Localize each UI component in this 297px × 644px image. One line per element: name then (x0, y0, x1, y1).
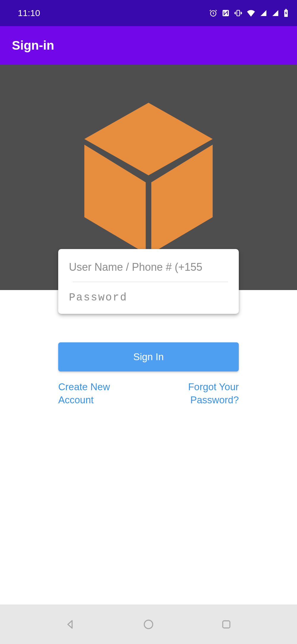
nav-home-button[interactable] (141, 617, 156, 632)
svg-point-8 (144, 620, 153, 629)
app-bar: Sign-in (0, 26, 297, 65)
content-area: Sign In Create New Account Forgot Your P… (0, 290, 297, 406)
status-time: 11:10 (18, 8, 40, 18)
username-input[interactable] (69, 261, 228, 273)
signin-button[interactable]: Sign In (58, 342, 239, 371)
status-bar: 11:10 (0, 0, 297, 26)
field-divider (73, 282, 228, 282)
status-icons (209, 9, 289, 17)
cube-icon (79, 97, 218, 258)
svg-rect-2 (237, 10, 239, 16)
auth-links: Create New Account Forgot Your Password? (58, 380, 239, 406)
wifi-icon (247, 10, 255, 17)
forgot-password-link[interactable]: Forgot Your Password? (152, 380, 239, 406)
svg-rect-4 (285, 9, 287, 10)
alarm-icon (209, 9, 217, 17)
signal-icon (260, 10, 267, 17)
page-title: Sign-in (12, 38, 54, 53)
login-card (58, 249, 239, 314)
nav-back-button[interactable] (64, 617, 78, 632)
password-input[interactable] (69, 292, 228, 304)
system-nav-bar (0, 604, 297, 644)
nfc-icon (222, 9, 230, 17)
nav-recent-button[interactable] (219, 617, 233, 632)
signal-icon-2 (271, 10, 279, 17)
create-account-link[interactable]: Create New Account (58, 380, 145, 406)
svg-rect-9 (223, 621, 230, 628)
battery-icon (283, 9, 289, 17)
vibrate-icon (234, 9, 242, 17)
